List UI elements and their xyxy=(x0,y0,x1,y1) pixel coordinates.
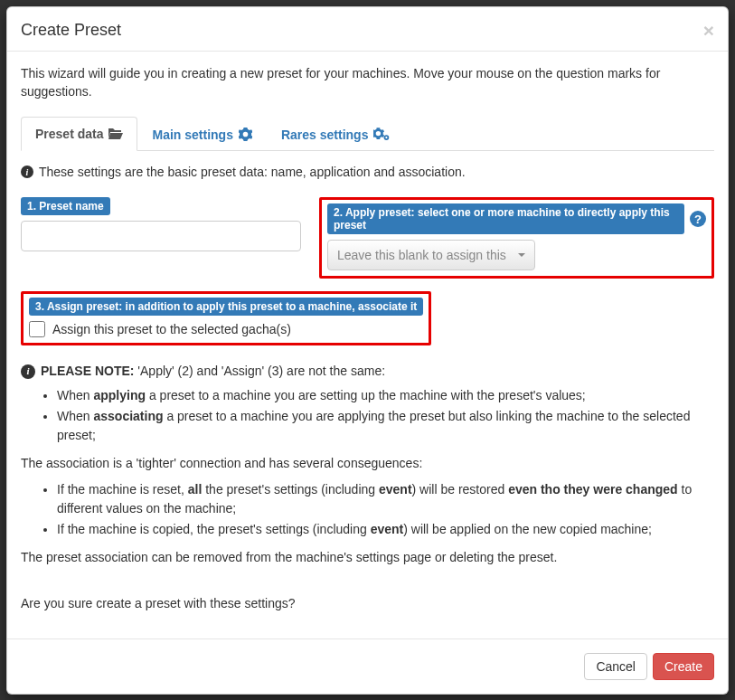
assign-checkbox-label: Assign this preset to the selected gacha… xyxy=(52,322,291,336)
info-icon: i xyxy=(21,166,33,178)
please-note-block: i PLEASE NOTE: 'Apply' (2) and 'Assign' … xyxy=(21,362,714,613)
tab-label: Rares settings xyxy=(281,128,368,142)
tab-info: i These settings are the basic preset da… xyxy=(21,165,714,179)
wizard-intro: This wizard will guide you in creating a… xyxy=(21,65,714,100)
chevron-down-icon xyxy=(518,253,525,257)
dropdown-placeholder: Leave this blank to assign this xyxy=(337,248,506,262)
tab-info-text: These settings are the basic preset data… xyxy=(39,165,466,179)
confirm-question: Are you sure create a preset with these … xyxy=(21,594,714,613)
preset-name-label: 1. Preset name xyxy=(21,197,110,215)
gears-icon xyxy=(373,128,390,141)
tabs: Preset data Main settings Rares settings xyxy=(21,117,714,151)
create-button[interactable]: Create xyxy=(653,653,714,680)
list-item: When associating a preset to a machine y… xyxy=(57,407,714,445)
svg-point-1 xyxy=(386,137,388,138)
modal-body: This wizard will guide you in creating a… xyxy=(7,52,728,639)
info-icon: i xyxy=(21,364,35,379)
removal-note: The preset association can be removed fr… xyxy=(21,548,714,567)
create-preset-modal: Create Preset × This wizard will guide y… xyxy=(6,6,729,695)
tab-label: Main settings xyxy=(152,128,232,142)
apply-preset-dropdown[interactable]: Leave this blank to assign this xyxy=(327,240,535,270)
list-item: If the machine is copied, the preset's s… xyxy=(57,520,714,539)
list-item: If the machine is reset, all the preset'… xyxy=(57,480,714,518)
preset-name-field: 1. Preset name xyxy=(21,197,301,251)
tab-label: Preset data xyxy=(35,127,103,141)
list-item: When applying a preset to a machine you … xyxy=(57,386,714,405)
tab-main-settings[interactable]: Main settings xyxy=(137,117,266,151)
note-list-1: When applying a preset to a machine you … xyxy=(21,386,714,445)
tab-preset-data[interactable]: Preset data xyxy=(21,117,137,151)
close-icon: × xyxy=(703,20,714,41)
note-head-strong: PLEASE NOTE: xyxy=(41,364,134,378)
note-list-2: If the machine is reset, all the preset'… xyxy=(21,480,714,539)
modal-header: Create Preset × xyxy=(7,7,728,52)
preset-name-input[interactable] xyxy=(21,221,301,251)
assign-preset-label: 3. Assign preset: in addition to apply t… xyxy=(29,298,423,316)
cancel-button[interactable]: Cancel xyxy=(584,653,647,680)
apply-preset-box: 2. Apply preset: select one or more mach… xyxy=(319,197,714,279)
help-icon[interactable]: ? xyxy=(690,211,706,227)
note-head-rest: 'Apply' (2) and 'Assign' (3) are not the… xyxy=(134,364,385,378)
close-button[interactable]: × xyxy=(703,21,714,40)
modal-footer: Cancel Create xyxy=(7,639,728,694)
apply-preset-label: 2. Apply preset: select one or more mach… xyxy=(327,203,684,234)
modal-title: Create Preset xyxy=(21,21,121,40)
association-intro: The association is a 'tighter' connectio… xyxy=(21,454,714,473)
tab-rares-settings[interactable]: Rares settings xyxy=(267,117,404,151)
folder-open-icon xyxy=(108,128,123,140)
assign-checkbox[interactable] xyxy=(29,321,45,337)
gear-icon xyxy=(239,128,252,141)
assign-preset-box: 3. Assign preset: in addition to apply t… xyxy=(21,291,431,345)
